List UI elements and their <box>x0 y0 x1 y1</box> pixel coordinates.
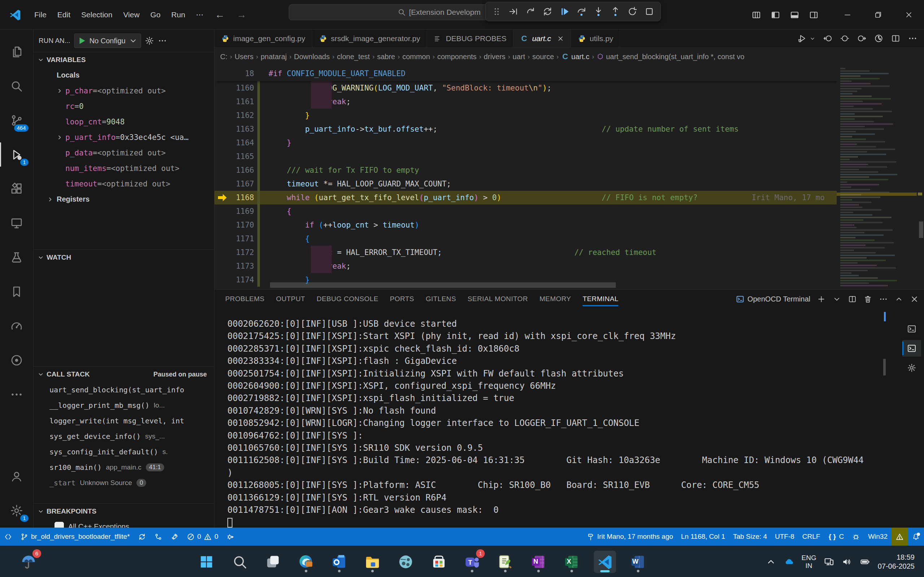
breakpoint-row[interactable]: All C++ Exceptions <box>34 519 214 528</box>
tab-uart-c[interactable]: Cuart.c <box>513 29 571 47</box>
panel-tab-gitlens[interactable]: GITLENS <box>426 290 456 308</box>
line-number[interactable]: 1165 <box>230 152 254 161</box>
status-platform[interactable]: Win32 <box>864 528 892 546</box>
minimap[interactable] <box>837 66 924 289</box>
code-line-1166[interactable]: 1166 /// wait for Tx FIFO to empty <box>215 163 924 177</box>
run-to-line-icon[interactable] <box>507 5 520 18</box>
close-button[interactable] <box>893 0 924 29</box>
run-menu-icon[interactable] <box>797 34 807 43</box>
registers-scope-row[interactable]: Registers <box>34 192 214 207</box>
variable-row[interactable]: num_items = <optimized out> <box>34 161 214 176</box>
trash-icon[interactable] <box>863 295 872 304</box>
line-number[interactable]: 1171 <box>230 234 254 243</box>
taskbar-excel[interactable]: X <box>561 551 583 573</box>
line-number[interactable]: 1168 <box>230 193 254 202</box>
breadcrumb-item[interactable]: components <box>437 53 477 61</box>
taskbar-teams[interactable]: T1 <box>461 551 483 573</box>
nav-forward-icon[interactable] <box>857 34 867 43</box>
status-alert[interactable] <box>892 528 908 546</box>
variable-row[interactable]: timeout = <optimized out> <box>34 176 214 192</box>
activity-testing[interactable] <box>0 240 34 274</box>
taskbar-task-view[interactable] <box>262 551 284 573</box>
chevron-down-sm-icon[interactable] <box>809 35 816 42</box>
language-indicator[interactable]: ENGIN <box>802 554 816 570</box>
breadcrumb-item[interactable]: drivers <box>484 53 505 61</box>
status-notifications[interactable] <box>908 528 924 546</box>
line-number[interactable]: 1166 <box>230 166 254 174</box>
panel-tab-terminal[interactable]: TERMINAL <box>583 290 618 308</box>
taskbar-taskbar-search[interactable] <box>228 551 251 573</box>
minimize-button[interactable] <box>832 0 863 29</box>
history-back-button[interactable]: ← <box>209 9 231 21</box>
breadcrumb-item[interactable]: clone_test <box>337 53 370 61</box>
chevron-down-sm-icon[interactable] <box>832 295 842 304</box>
step-into-icon[interactable] <box>591 5 605 18</box>
umbrella-app[interactable]: 6 <box>17 551 40 573</box>
variable-row[interactable]: p_char = <optimized out> <box>34 83 214 98</box>
breadcrumb-item[interactable]: Downloads <box>294 53 330 61</box>
watch-header[interactable]: WATCH <box>34 250 214 265</box>
breadcrumb-item[interactable]: C: <box>220 53 228 61</box>
split-icon[interactable] <box>848 295 857 304</box>
variable-row[interactable]: loop_cnt = 9048 <box>34 114 214 129</box>
status-encoding[interactable]: UTF-8 <box>771 528 798 546</box>
menu-more[interactable]: ⋯ <box>191 8 209 22</box>
history-forward-button[interactable]: → <box>231 9 252 21</box>
editor-horizontal-scrollbar[interactable] <box>270 282 616 288</box>
breadcrumb-item[interactable]: Users <box>234 53 254 61</box>
taskbar-notepad-plus-plus[interactable] <box>494 551 517 573</box>
menu-file[interactable]: File <box>29 8 52 22</box>
variable-row[interactable]: rc = 0 <box>34 98 214 114</box>
step-back-icon[interactable] <box>524 5 538 18</box>
breadcrumb-item[interactable]: pnataraj <box>261 53 287 61</box>
variables-header[interactable]: VARIABLES <box>34 52 214 68</box>
activity-explorer[interactable] <box>0 35 34 69</box>
configure-gear-button[interactable] <box>145 36 154 45</box>
activity-remote-explorer[interactable] <box>0 206 34 240</box>
close-icon[interactable] <box>557 35 564 42</box>
stack-frame[interactable]: __logger_print_mb_msg()lo... <box>34 397 214 413</box>
code-line-1162[interactable]: 1162 } <box>215 108 924 122</box>
stack-frame[interactable]: logger_write(int msg_level, int <box>34 413 214 429</box>
stack-frame[interactable]: sr100_main()app_main.c41:1 <box>34 459 214 475</box>
panel-tab-output[interactable]: OUTPUT <box>276 290 305 308</box>
line-number[interactable]: 1170 <box>230 221 254 229</box>
code-line-1167[interactable]: 1167 timeout *= HAL_LOOP_GUARD_MAX_COUNT… <box>215 177 924 191</box>
speaker-icon[interactable] <box>842 556 853 567</box>
taskbar-start[interactable] <box>195 551 218 573</box>
activity-run-and-debug[interactable]: 1 <box>0 137 34 172</box>
layout-sidebar-right-icon[interactable] <box>809 10 819 20</box>
tab-utils-py[interactable]: utils.py <box>571 29 620 47</box>
line-number[interactable]: 1161 <box>230 97 254 106</box>
stack-frame[interactable]: sys_get_device_info()sys_... <box>34 429 214 444</box>
panel-tab-memory[interactable]: MEMORY <box>540 290 571 308</box>
terminal-instance[interactable] <box>902 321 921 337</box>
line-number[interactable]: 1169 <box>230 207 254 216</box>
tab-srsdk-image-generator-py[interactable]: srsdk_image_generator.py <box>312 29 427 47</box>
step-over-icon[interactable] <box>575 5 588 18</box>
activity-serial-monitor[interactable] <box>0 343 34 377</box>
status-git-blame[interactable]: Irit Mano, 17 months ago <box>583 528 677 546</box>
tab-debug-probes[interactable]: DEBUG PROBES <box>427 29 513 47</box>
code-line-1164[interactable]: 1164 } <box>215 136 924 150</box>
activity-profiler[interactable] <box>0 309 34 343</box>
maximize-button[interactable] <box>863 0 893 29</box>
line-number[interactable]: 1173 <box>230 262 254 271</box>
panel-tab-ports[interactable]: PORTS <box>390 290 414 308</box>
timeline-icon[interactable] <box>874 34 884 43</box>
line-number[interactable]: 1164 <box>230 139 254 147</box>
variable-row[interactable]: p_data = <optimized out> <box>34 145 214 161</box>
status-eol[interactable]: CRLF <box>798 528 824 546</box>
breadcrumb-item[interactable]: source <box>532 53 554 61</box>
panel-tab-debug-console[interactable]: DEBUG CONSOLE <box>317 290 378 308</box>
plus-icon[interactable] <box>817 295 826 304</box>
activity-bookmarks[interactable] <box>0 274 34 309</box>
locals-scope-row[interactable]: Locals <box>34 68 214 83</box>
breadcrumb[interactable]: C:›Users›pnataraj›Downloads›clone_test›s… <box>215 48 924 66</box>
debug-views-more-button[interactable] <box>158 36 167 45</box>
close-icon[interactable] <box>910 295 919 304</box>
status-remote-indicator[interactable] <box>0 528 16 546</box>
line-number[interactable]: 1162 <box>230 111 254 120</box>
activity-source-control[interactable]: 464 <box>0 103 34 137</box>
status-debug-status[interactable] <box>222 528 239 546</box>
